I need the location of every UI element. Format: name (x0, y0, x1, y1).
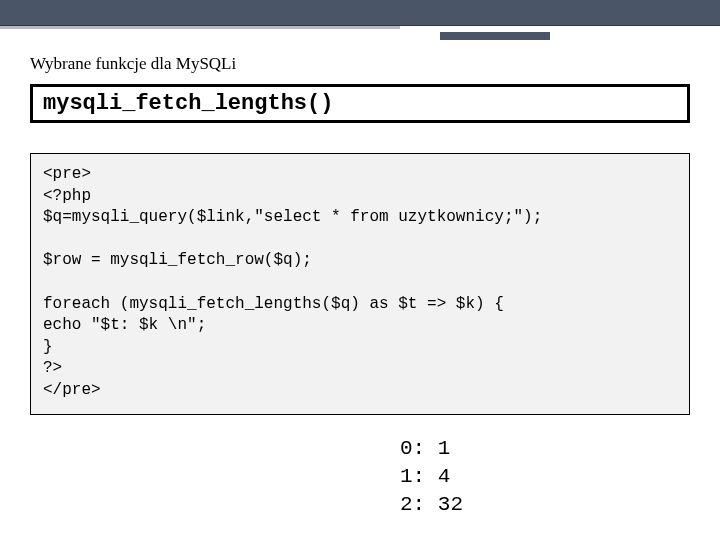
function-name-box: mysqli_fetch_lengths() (30, 84, 690, 123)
output-block: 0: 1 1: 4 2: 32 (400, 435, 690, 520)
section-title: Wybrane funkcje dla MySQLi (30, 54, 690, 74)
slide-accent-lines (0, 26, 720, 44)
slide-content: Wybrane funkcje dla MySQLi mysqli_fetch_… (0, 44, 720, 520)
code-block: <pre> <?php $q=mysqli_query($link,"selec… (30, 153, 690, 415)
slide-top-bar (0, 0, 720, 26)
